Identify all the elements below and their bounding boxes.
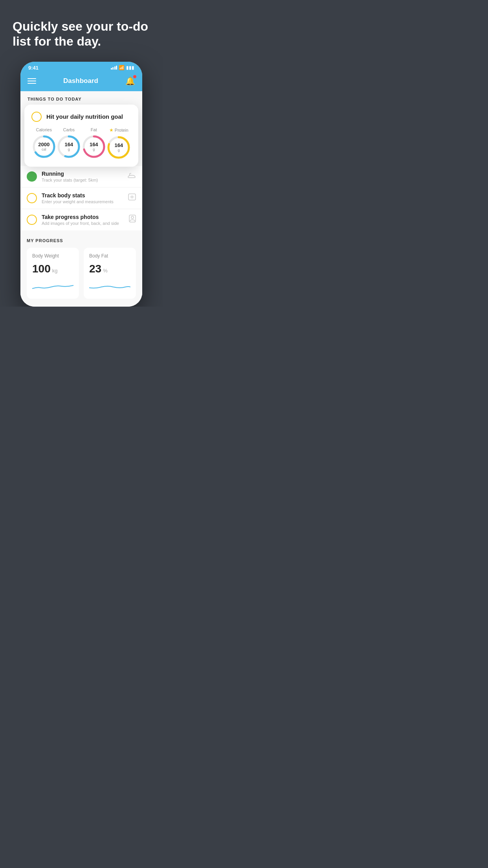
status-bar: 9:41 📶 ▮▮▮ — [20, 62, 142, 72]
body-stats-subtitle: Enter your weight and measurements — [42, 199, 123, 204]
phone-screen: 9:41 📶 ▮▮▮ Dashboard 🔔 — [20, 62, 142, 307]
things-to-do-header: THINGS TO DO TODAY — [20, 91, 142, 105]
notification-dot — [133, 75, 136, 78]
body-weight-unit: kg — [52, 268, 58, 274]
progress-section: MY PROGRESS Body Weight 100 kg — [20, 230, 142, 299]
carbs-value: 164 g — [64, 142, 73, 151]
body-fat-label: Body Fat — [89, 253, 130, 259]
app-header: Dashboard 🔔 — [20, 72, 142, 91]
running-subtitle: Track your stats (target: 5km) — [42, 178, 123, 182]
photos-subtitle: Add images of your front, back, and side — [42, 221, 124, 226]
fat-label: Fat — [91, 127, 97, 132]
todo-running[interactable]: Running Track your stats (target: 5km) — [20, 166, 142, 188]
fat-ring: 164 g — [82, 134, 106, 159]
status-icons: 📶 ▮▮▮ — [111, 65, 135, 70]
calories-ring: 2000 cal — [32, 134, 56, 159]
notification-bell-icon[interactable]: 🔔 — [125, 76, 135, 86]
running-checkbox[interactable] — [27, 171, 37, 182]
carbs-ring: 164 g — [57, 134, 81, 159]
header-title: Dashboard — [63, 77, 98, 85]
body-weight-card: Body Weight 100 kg — [27, 248, 79, 299]
hero-section: Quickly see your to-do list for the day. — [0, 0, 163, 62]
body-weight-sparkline — [32, 280, 73, 292]
todo-list: Running Track your stats (target: 5km) — [20, 166, 142, 230]
photos-checkbox[interactable] — [27, 215, 37, 225]
svg-point-12 — [131, 216, 134, 219]
fat-value: 164 g — [90, 142, 98, 151]
body-fat-value: 23 — [89, 263, 101, 275]
nutrition-card: Hit your daily nutrition goal Calories — [24, 105, 138, 167]
todo-progress-photos[interactable]: Take progress photos Add images of your … — [20, 209, 142, 230]
phone-mockup: 9:41 📶 ▮▮▮ Dashboard 🔔 — [20, 62, 142, 307]
photos-text: Take progress photos Add images of your … — [42, 214, 124, 226]
protein-label: ★ Protein — [109, 127, 128, 133]
nutrition-calories: Calories 2000 cal — [32, 127, 56, 159]
running-text: Running Track your stats (target: 5km) — [42, 171, 123, 182]
nutrition-card-title: Hit your daily nutrition goal — [46, 113, 123, 120]
photos-title: Take progress photos — [42, 214, 124, 220]
nutrition-card-title-row: Hit your daily nutrition goal — [31, 112, 131, 122]
star-icon: ★ — [109, 127, 114, 133]
running-shoe-icon — [127, 172, 136, 180]
body-fat-sparkline — [89, 280, 130, 292]
signal-icon — [111, 66, 117, 70]
nutrition-fat: Fat 164 g — [82, 127, 106, 159]
menu-icon[interactable] — [28, 78, 36, 84]
bottom-spacer — [20, 299, 142, 307]
person-photo-icon — [129, 215, 136, 224]
scale-icon — [128, 193, 136, 202]
body-stats-text: Track body stats Enter your weight and m… — [42, 192, 123, 204]
body-stats-checkbox[interactable] — [27, 193, 37, 203]
calories-value: 2000 cal — [38, 142, 50, 151]
carbs-label: Carbs — [63, 127, 75, 132]
progress-header: MY PROGRESS — [27, 238, 136, 243]
nutrition-grid: Calories 2000 cal — [31, 127, 131, 160]
body-weight-value-row: 100 kg — [32, 263, 73, 275]
body-stats-title: Track body stats — [42, 192, 123, 199]
running-title: Running — [42, 171, 123, 177]
body-fat-value-row: 23 % — [89, 263, 130, 275]
wifi-icon: 📶 — [119, 65, 125, 70]
nutrition-carbs: Carbs 164 g — [57, 127, 81, 159]
nutrition-checkbox[interactable] — [31, 112, 42, 122]
app-content: THINGS TO DO TODAY Hit your daily nutrit… — [20, 91, 142, 307]
protein-ring: 164 g — [106, 135, 131, 160]
calories-label: Calories — [36, 127, 52, 132]
protein-value: 164 g — [114, 143, 123, 152]
battery-icon: ▮▮▮ — [126, 65, 134, 70]
body-weight-value: 100 — [32, 263, 51, 275]
todo-body-stats[interactable]: Track body stats Enter your weight and m… — [20, 188, 142, 209]
hero-title: Quickly see your to-do list for the day. — [13, 19, 150, 49]
body-fat-unit: % — [103, 268, 108, 274]
body-weight-label: Body Weight — [32, 253, 73, 259]
body-fat-card: Body Fat 23 % — [84, 248, 136, 299]
status-time: 9:41 — [28, 65, 39, 71]
progress-grid: Body Weight 100 kg Body Fat 23 — [27, 248, 136, 299]
nutrition-protein: ★ Protein 164 g — [106, 127, 131, 160]
